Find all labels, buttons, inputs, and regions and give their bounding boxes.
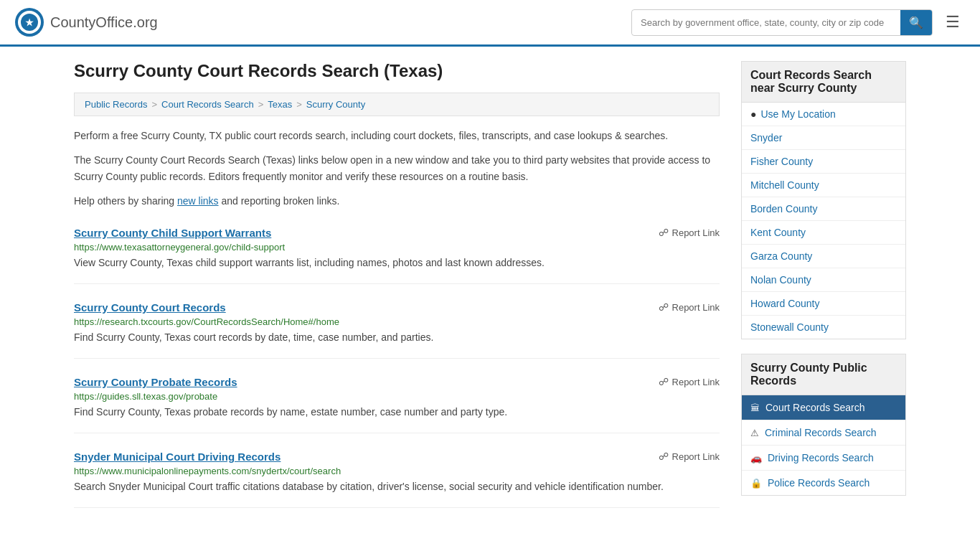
- record-title[interactable]: Scurry County Child Support Warrants: [74, 227, 271, 239]
- record-url: https://www.municipalonlinepayments.com/…: [74, 466, 720, 476]
- search-input[interactable]: [632, 11, 900, 34]
- record-header: Scurry County Child Support Warrants ☍ R…: [74, 227, 720, 239]
- nearby-heading: Court Records Search near Scurry County: [741, 61, 906, 103]
- logo-icon: ★: [14, 7, 44, 37]
- report-icon: ☍: [659, 227, 669, 238]
- description-para-1: Perform a free Scurry County, TX public …: [74, 128, 720, 143]
- nearby-link-garza[interactable]: Garza County: [742, 245, 905, 268]
- record-url: https://guides.sll.texas.gov/probate: [74, 391, 720, 402]
- breadcrumb-sep-2: >: [258, 99, 264, 110]
- report-icon: ☍: [659, 376, 669, 387]
- record-entry: Snyder Municipal Court Driving Records ☍…: [74, 451, 720, 508]
- hamburger-menu-icon[interactable]: ☰: [940, 10, 966, 34]
- report-link-button[interactable]: ☍ Report Link: [659, 301, 720, 313]
- record-title[interactable]: Snyder Municipal Court Driving Records: [74, 451, 281, 463]
- record-header: Scurry County Probate Records ☍ Report L…: [74, 376, 720, 388]
- report-link-button[interactable]: ☍ Report Link: [659, 376, 720, 387]
- logo-suffix: .org: [133, 14, 157, 30]
- public-records-police-link[interactable]: 🔒 Police Records Search: [742, 471, 905, 495]
- breadcrumb-scurry-county[interactable]: Scurry County: [306, 99, 365, 110]
- record-desc: Find Scurry County, Texas probate record…: [74, 405, 720, 420]
- list-item: Kent County: [742, 221, 905, 245]
- description-para-3: Help others by sharing new links and rep…: [74, 193, 720, 209]
- criminal-icon: ⚠: [750, 428, 759, 438]
- nearby-link-howard[interactable]: Howard County: [742, 292, 905, 315]
- record-entries: Scurry County Child Support Warrants ☍ R…: [74, 227, 720, 508]
- logo-text: CountyOffice.org: [50, 14, 158, 31]
- search-bar: 🔍: [631, 9, 933, 36]
- breadcrumb-sep-3: >: [296, 99, 302, 110]
- nearby-link-fisher[interactable]: Fisher County: [742, 150, 905, 173]
- list-item-police-records: 🔒 Police Records Search: [742, 471, 905, 495]
- public-records-criminal-link[interactable]: ⚠ Criminal Records Search: [742, 420, 905, 445]
- breadcrumb-public-records[interactable]: Public Records: [85, 99, 147, 110]
- breadcrumb-texas[interactable]: Texas: [268, 99, 292, 110]
- driving-icon: 🚗: [750, 453, 762, 463]
- report-link-button[interactable]: ☍ Report Link: [659, 227, 720, 238]
- list-item-criminal-records: ⚠ Criminal Records Search: [742, 420, 905, 446]
- svg-text:★: ★: [25, 17, 34, 28]
- record-url: https://research.txcourts.gov/CourtRecor…: [74, 316, 720, 327]
- court-icon: 🏛: [750, 402, 760, 413]
- record-title[interactable]: Scurry County Court Records: [74, 301, 226, 314]
- list-item: Mitchell County: [742, 174, 905, 197]
- breadcrumb-court-records[interactable]: Court Records Search: [161, 99, 254, 110]
- record-header: Snyder Municipal Court Driving Records ☍…: [74, 451, 720, 463]
- nearby-link-kent[interactable]: Kent County: [742, 221, 905, 244]
- logo-area: ★ CountyOffice.org: [14, 7, 158, 37]
- location-pin-icon: ●: [750, 108, 756, 120]
- new-links-link[interactable]: new links: [177, 195, 219, 207]
- description-para-2: The Scurry County Court Records Search (…: [74, 152, 720, 184]
- nearby-link-borden[interactable]: Borden County: [742, 197, 905, 220]
- report-icon: ☍: [659, 301, 669, 313]
- nearby-section: Court Records Search near Scurry County …: [741, 61, 906, 339]
- content-area: Scurry County Court Records Search (Texa…: [74, 61, 720, 510]
- header-right: 🔍 ☰: [631, 9, 966, 36]
- report-link-button[interactable]: ☍ Report Link: [659, 451, 720, 462]
- list-item: Howard County: [742, 292, 905, 316]
- main-container: Scurry County Court Records Search (Texa…: [60, 47, 920, 524]
- record-title[interactable]: Scurry County Probate Records: [74, 376, 237, 388]
- record-url: https://www.texasattorneygeneral.gov/chi…: [74, 242, 720, 253]
- list-item-driving-records: 🚗 Driving Records Search: [742, 446, 905, 471]
- nearby-link-nolan[interactable]: Nolan County: [742, 268, 905, 291]
- page-title: Scurry County Court Records Search (Texa…: [74, 61, 720, 81]
- nearby-link-snyder[interactable]: Snyder: [742, 126, 905, 149]
- list-item: ● Use My Location: [742, 103, 905, 126]
- use-my-location-item[interactable]: ● Use My Location: [742, 103, 905, 126]
- public-records-list: 🏛 Court Records Search ⚠ Criminal Record…: [741, 395, 906, 496]
- record-desc: Find Scurry County, Texas court records …: [74, 330, 720, 345]
- site-header: ★ CountyOffice.org 🔍 ☰: [0, 0, 980, 47]
- list-item: Garza County: [742, 245, 905, 268]
- record-desc: Search Snyder Municipal Court traffic ci…: [74, 479, 720, 494]
- record-entry: Scurry County Court Records ☍ Report Lin…: [74, 301, 720, 359]
- public-records-section: Scurry County Public Records 🏛 Court Rec…: [741, 354, 906, 496]
- list-item: Nolan County: [742, 268, 905, 292]
- nearby-link-mitchell[interactable]: Mitchell County: [742, 174, 905, 197]
- list-item: Fisher County: [742, 150, 905, 174]
- nearby-link-stonewall[interactable]: Stonewall County: [742, 316, 905, 339]
- record-entry: Scurry County Child Support Warrants ☍ R…: [74, 227, 720, 284]
- public-records-court-link[interactable]: 🏛 Court Records Search: [742, 395, 905, 420]
- breadcrumb-sep-1: >: [151, 99, 157, 110]
- public-records-heading: Scurry County Public Records: [741, 354, 906, 395]
- search-button[interactable]: 🔍: [900, 10, 932, 35]
- sidebar: Court Records Search near Scurry County …: [741, 61, 906, 510]
- record-entry: Scurry County Probate Records ☍ Report L…: [74, 376, 720, 433]
- breadcrumb: Public Records > Court Records Search > …: [74, 93, 720, 116]
- record-header: Scurry County Court Records ☍ Report Lin…: [74, 301, 720, 314]
- list-item: Snyder: [742, 126, 905, 150]
- list-item: Stonewall County: [742, 316, 905, 339]
- record-desc: View Scurry County, Texas child support …: [74, 255, 720, 270]
- list-item: Borden County: [742, 197, 905, 221]
- nearby-list: ● Use My Location Snyder Fisher County M…: [741, 103, 906, 339]
- police-icon: 🔒: [750, 478, 762, 489]
- list-item-court-records: 🏛 Court Records Search: [742, 395, 905, 420]
- public-records-driving-link[interactable]: 🚗 Driving Records Search: [742, 446, 905, 470]
- logo-name: CountyOffice: [50, 14, 133, 30]
- report-icon: ☍: [659, 451, 669, 462]
